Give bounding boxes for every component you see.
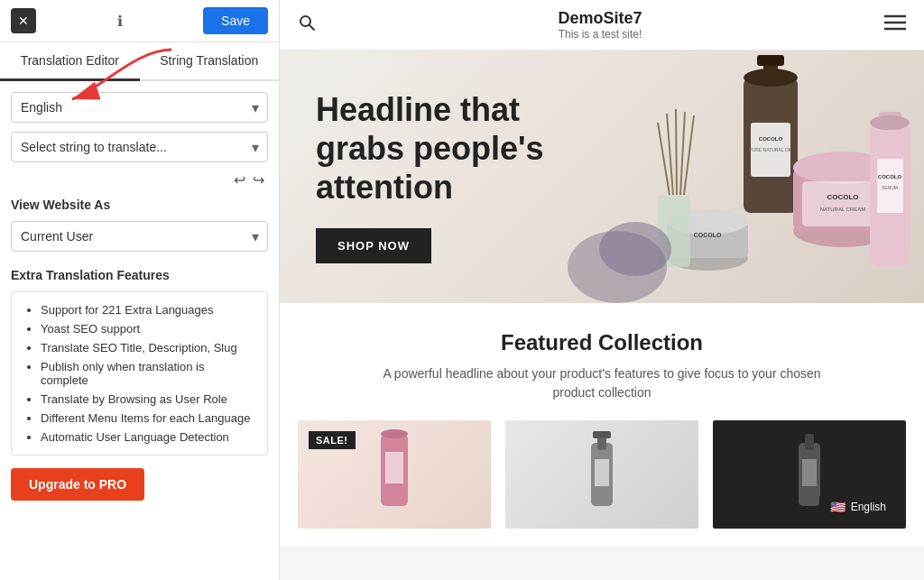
- list-item: Publish only when translation is complet…: [41, 360, 254, 387]
- site-name: DemoSite7: [558, 9, 642, 28]
- menu-button[interactable]: [884, 14, 906, 35]
- string-select-wrapper: Select string to translate...: [11, 132, 268, 162]
- hamburger-icon: [884, 14, 906, 31]
- info-button[interactable]: ℹ: [107, 8, 133, 33]
- view-as-section: View Website As: [11, 198, 268, 212]
- shop-now-button[interactable]: SHOP NOW: [316, 228, 431, 263]
- site-tagline: This is a test site!: [558, 28, 642, 41]
- string-select[interactable]: Select string to translate...: [11, 132, 268, 162]
- sale-badge: SALE!: [309, 431, 356, 449]
- product-card-image-2: [566, 425, 638, 524]
- product-card-bg-2: [505, 420, 698, 529]
- product-grid: SALE!: [298, 420, 906, 529]
- close-button[interactable]: ✕: [11, 8, 36, 33]
- extra-features-title: Extra Translation Features: [11, 268, 268, 282]
- search-icon: [298, 14, 316, 32]
- language-select-wrapper: English French German Spanish Italian: [11, 92, 268, 123]
- list-item: Translate by Browsing as User Role: [41, 392, 254, 406]
- product-card-2: [505, 420, 698, 529]
- view-as-select-wrapper: Current User Guest Administrator: [11, 221, 268, 252]
- language-pill-label: English: [851, 501, 886, 513]
- site-header: DemoSite7 This is a test site!: [280, 0, 924, 51]
- list-item: Yoast SEO support: [41, 322, 254, 336]
- list-item: Automatic User Language Detection: [41, 430, 254, 444]
- right-panel: DemoSite7 This is a test site! Headline …: [280, 0, 924, 580]
- hero-banner: Headline that grabs people's attention S…: [280, 51, 924, 303]
- tab-bar: Translation Editor String Translation: [0, 42, 279, 81]
- site-content: Headline that grabs people's attention S…: [280, 51, 924, 580]
- svg-rect-46: [802, 459, 817, 486]
- top-bar: ✕ ℹ Save: [0, 0, 279, 42]
- featured-title: Featured Collection: [298, 330, 906, 355]
- svg-rect-8: [757, 55, 784, 66]
- svg-line-2: [310, 25, 314, 30]
- featured-section: Featured Collection A powerful headline …: [280, 303, 924, 547]
- view-as-label: View Website As: [11, 198, 268, 212]
- svg-point-38: [381, 429, 408, 438]
- undo-redo-bar: ↩ ↪: [11, 171, 268, 189]
- list-item: Support for 221 Extra Languages: [41, 303, 254, 317]
- panel-body: English French German Spanish Italian Se…: [0, 81, 279, 580]
- left-panel: ✕ ℹ Save Translation Editor String Trans…: [0, 0, 280, 580]
- features-box: Support for 221 Extra Languages Yoast SE…: [11, 291, 268, 456]
- featured-subtitle: A powerful headline about your product's…: [376, 364, 827, 402]
- redo-button[interactable]: ↪: [253, 171, 264, 189]
- hero-headline: Headline that grabs people's attention: [316, 90, 605, 207]
- site-header-center: DemoSite7 This is a test site!: [558, 9, 642, 41]
- save-button[interactable]: Save: [203, 7, 268, 34]
- svg-point-9: [744, 69, 798, 87]
- language-select[interactable]: English French German Spanish Italian: [11, 92, 268, 123]
- flag-icon: 🇺🇸: [830, 500, 845, 514]
- view-as-select[interactable]: Current User Guest Administrator: [11, 221, 268, 252]
- language-pill[interactable]: 🇺🇸 English: [819, 494, 897, 520]
- list-item: Different Menu Items for each Language: [41, 411, 254, 425]
- product-card-3[interactable]: 🇺🇸 English: [713, 420, 906, 529]
- tabs-container: Translation Editor String Translation: [0, 42, 279, 81]
- features-list: Support for 221 Extra Languages Yoast SE…: [24, 303, 254, 444]
- product-card-1: SALE!: [298, 420, 491, 529]
- svg-rect-42: [593, 431, 611, 438]
- undo-button[interactable]: ↩: [234, 171, 245, 189]
- hero-text: Headline that grabs people's attention S…: [316, 90, 888, 264]
- tab-translation-editor[interactable]: Translation Editor: [0, 42, 140, 81]
- tab-string-translation[interactable]: String Translation: [140, 42, 280, 79]
- svg-rect-43: [595, 459, 609, 486]
- product-card-image-1: [358, 425, 430, 524]
- svg-rect-39: [385, 452, 403, 483]
- list-item: Translate SEO Title, Description, Slug: [41, 341, 254, 354]
- search-button[interactable]: [298, 14, 316, 36]
- svg-rect-45: [805, 434, 814, 450]
- upgrade-button[interactable]: Upgrade to PRO: [11, 468, 144, 501]
